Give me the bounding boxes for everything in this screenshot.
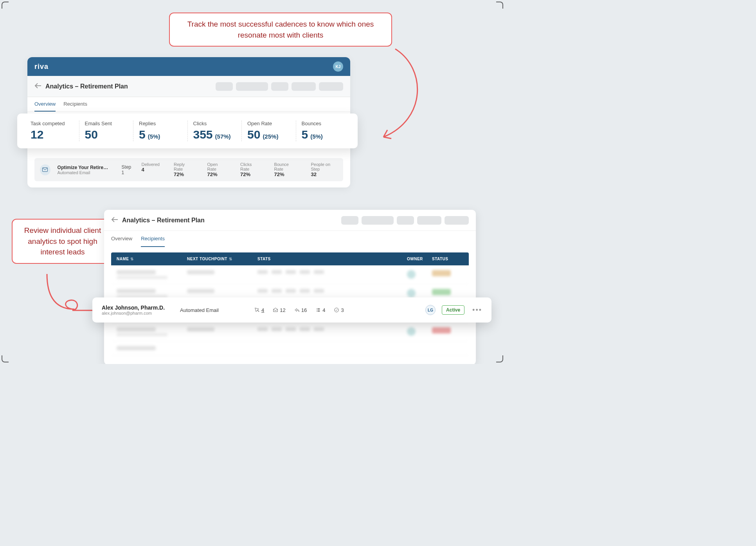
metric-value: 50 [85, 128, 98, 141]
stat-value: 12 [280, 307, 285, 313]
stat-label: Open Rate [207, 162, 226, 171]
page-title: Analytics – Retirement Plan [122, 217, 205, 224]
col-owner: OWNER [407, 257, 423, 261]
metric-pct: (5%) [310, 133, 323, 140]
sort-icon[interactable]: ⇅ [229, 257, 232, 261]
metric-pct: (57%) [215, 133, 231, 140]
annotation-top: Track the most successful cadences to kn… [169, 13, 392, 47]
reply-icon [294, 307, 300, 313]
recipient-name[interactable]: Alex Johnson, Pharm.D. [102, 305, 180, 311]
owner-avatar[interactable]: LG [425, 305, 436, 315]
metric-label: Replies [139, 121, 182, 126]
metric-value: 12 [31, 128, 43, 141]
stat-replies: 16 [294, 307, 307, 313]
metric-value: 5 [302, 128, 308, 141]
step-title: Optimize Your Retirement P… [58, 165, 112, 170]
user-avatar[interactable]: KJ [333, 61, 343, 72]
stat-label: Clicks Rate [240, 162, 260, 171]
metric-pct: (25%) [263, 133, 278, 140]
stat-tasks: 4 [315, 307, 325, 313]
page-title-bar: Analytics – Retirement Plan [27, 76, 350, 97]
annotation-arrow-top [372, 45, 434, 147]
table-row [111, 341, 469, 355]
recipient-next-touchpoint: Automated Email [180, 307, 254, 313]
email-icon [40, 164, 50, 175]
metric-pct: (5%) [148, 133, 160, 140]
metrics-summary-card: Task competed 12 Emails Sent 50 Replies … [17, 114, 358, 148]
tab-overview[interactable]: Overview [34, 97, 56, 112]
tabs: Overview Recipients [104, 231, 476, 247]
toolbar-placeholders [216, 82, 343, 91]
status-badge: Active [442, 305, 464, 315]
col-next[interactable]: NEXT TOUCHPOINT [187, 257, 227, 261]
table-header: NAME⇅ NEXT TOUCHPOINT⇅ STATS OWNER STATU… [111, 252, 469, 265]
stat-value: 32 [311, 171, 338, 177]
brand-logo: riva [34, 63, 49, 71]
stat-value: 72% [174, 171, 193, 177]
step-subtitle: Automated Email [58, 170, 112, 175]
stat-value: 4 [142, 167, 160, 173]
cadence-step-row[interactable]: Optimize Your Retirement P… Automated Em… [34, 158, 343, 181]
recipient-email: alex.johnson@pharm.com [102, 311, 180, 315]
table-row [111, 323, 469, 341]
stat-completed: 3 [334, 307, 344, 313]
stat-value: 4 [322, 307, 325, 313]
sort-icon[interactable]: ⇅ [130, 257, 134, 261]
stat-value: 72% [207, 171, 226, 177]
table-row [111, 265, 469, 284]
annotation-left: Review individual client analytics to sp… [12, 219, 113, 264]
stat-label: Reply Rate [174, 162, 193, 171]
tab-recipients[interactable]: Recipients [141, 231, 165, 247]
metric-value: 5 [139, 128, 146, 141]
metric-label: Emails Sent [85, 121, 128, 126]
tabs: Overview Recipients [27, 97, 350, 112]
stat-value: 72% [240, 171, 260, 177]
stat-clicks: 4 [254, 307, 264, 313]
metric-label: Clicks [193, 121, 236, 126]
metric-value: 355 [193, 128, 213, 141]
envelope-open-icon [273, 307, 278, 313]
stat-value: 3 [341, 307, 344, 313]
stat-value: 72% [274, 171, 297, 177]
col-status: STATUS [432, 257, 448, 261]
more-menu-icon[interactable]: ••• [472, 306, 482, 314]
analytics-recipients-panel: Analytics – Retirement Plan Overview Rec… [104, 210, 476, 364]
page-title: Analytics – Retirement Plan [45, 83, 128, 90]
check-circle-icon [334, 307, 339, 313]
stat-label: Bounce Rate [274, 162, 297, 171]
metric-label: Bounces [302, 121, 345, 126]
list-icon [315, 307, 321, 313]
back-arrow-icon[interactable] [111, 216, 118, 224]
step-number: Step 1 [122, 164, 135, 175]
toolbar-placeholders [341, 216, 469, 225]
stat-label: People on Step [311, 162, 338, 171]
cursor-icon [254, 307, 260, 313]
recipient-detail-card: Alex Johnson, Pharm.D. alex.johnson@phar… [92, 297, 491, 323]
col-stats: STATS [257, 257, 271, 261]
app-header: riva KJ [27, 57, 350, 76]
svg-point-1 [335, 308, 339, 312]
page-title-bar: Analytics – Retirement Plan [104, 210, 476, 231]
metric-value: 50 [247, 128, 260, 141]
stat-value[interactable]: 4 [261, 307, 264, 313]
col-name[interactable]: NAME [117, 257, 129, 261]
stat-opens: 12 [273, 307, 285, 313]
tab-overview[interactable]: Overview [111, 231, 132, 247]
stat-value: 16 [301, 307, 307, 313]
metric-label: Task competed [31, 121, 74, 126]
back-arrow-icon[interactable] [34, 82, 41, 90]
stat-label: Delivered [142, 162, 160, 167]
tab-recipients[interactable]: Recipients [63, 97, 87, 112]
metric-label: Open Rate [247, 121, 290, 126]
